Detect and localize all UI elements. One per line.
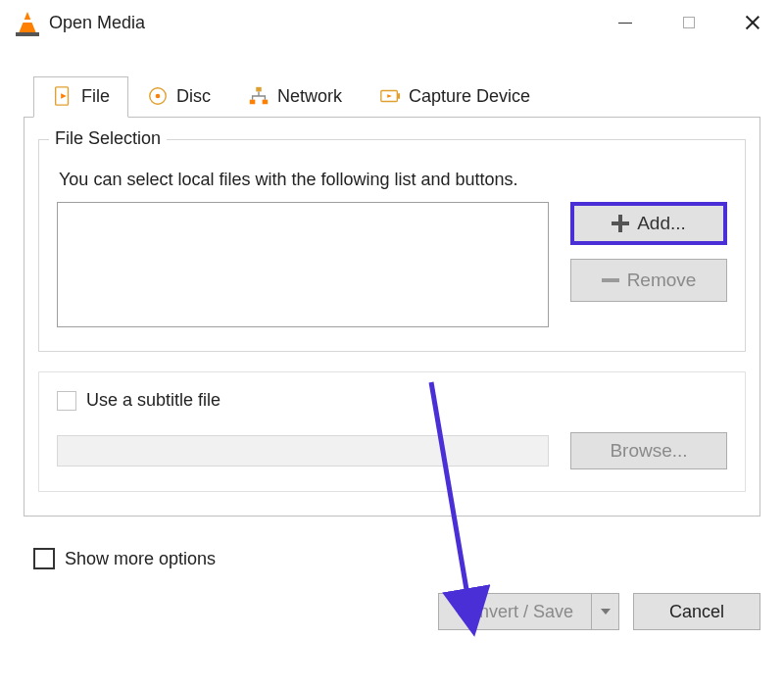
file-selection-helper: You can select local files with the foll… <box>59 170 727 190</box>
remove-button-label: Remove <box>627 270 697 291</box>
cancel-button-label: Cancel <box>669 602 724 622</box>
tab-network-label: Network <box>277 86 342 107</box>
browse-button-label: Browse... <box>610 440 687 462</box>
window-title: Open Media <box>49 13 145 33</box>
window-controls <box>593 0 784 45</box>
title-bar: Open Media <box>0 0 784 45</box>
minus-icon <box>602 278 619 282</box>
capture-icon <box>379 85 401 107</box>
add-button-label: Add... <box>637 213 686 234</box>
tab-disc-label: Disc <box>176 86 211 107</box>
more-options-row: Show more options <box>33 548 760 569</box>
file-selection-legend: File Selection <box>49 128 167 149</box>
subtitle-group: Use a subtitle file Browse... <box>38 371 746 492</box>
convert-save-label: Convert / Save <box>457 602 573 622</box>
close-icon <box>745 15 760 30</box>
chevron-down-icon <box>601 609 611 615</box>
subtitle-path-input[interactable] <box>57 435 549 467</box>
svg-rect-6 <box>263 100 269 105</box>
svg-rect-5 <box>250 100 256 105</box>
tab-network[interactable]: Network <box>229 76 361 118</box>
svg-point-3 <box>156 94 161 99</box>
subtitle-checkbox-label: Use a subtitle file <box>86 390 220 411</box>
tab-file-label: File <box>81 86 110 107</box>
add-button[interactable]: Add... <box>570 202 727 245</box>
tab-disc[interactable]: Disc <box>128 76 229 118</box>
minimize-button[interactable] <box>593 0 657 45</box>
tab-strip: File Disc Network Capture Device <box>33 76 784 118</box>
svg-rect-4 <box>256 87 262 92</box>
network-icon <box>248 85 270 107</box>
disc-icon <box>147 85 169 107</box>
svg-rect-9 <box>397 93 400 99</box>
more-options-label: Show more options <box>65 549 216 569</box>
convert-save-split-button: Convert / Save <box>438 593 619 630</box>
minimize-icon <box>618 23 632 24</box>
maximize-button[interactable] <box>657 0 720 45</box>
subtitle-checkbox[interactable] <box>57 391 76 411</box>
plus-icon <box>612 215 629 232</box>
maximize-icon <box>683 17 695 28</box>
remove-button[interactable]: Remove <box>570 259 727 302</box>
more-options-checkbox[interactable] <box>33 548 55 569</box>
tab-capture[interactable]: Capture Device <box>361 76 549 118</box>
dialog-actions: Convert / Save Cancel <box>0 593 760 630</box>
browse-button[interactable]: Browse... <box>570 432 727 469</box>
tab-file[interactable]: File <box>33 76 128 118</box>
convert-save-button[interactable]: Convert / Save <box>438 593 592 630</box>
close-button[interactable] <box>720 0 784 45</box>
tab-capture-label: Capture Device <box>409 86 530 107</box>
vlc-cone-icon <box>18 9 37 36</box>
cancel-button[interactable]: Cancel <box>633 593 760 630</box>
main-panel: File Selection You can select local file… <box>24 117 760 517</box>
convert-save-dropdown[interactable] <box>592 593 619 630</box>
file-icon <box>52 85 74 107</box>
file-selection-group: File Selection You can select local file… <box>38 139 746 352</box>
file-list[interactable] <box>57 202 549 327</box>
